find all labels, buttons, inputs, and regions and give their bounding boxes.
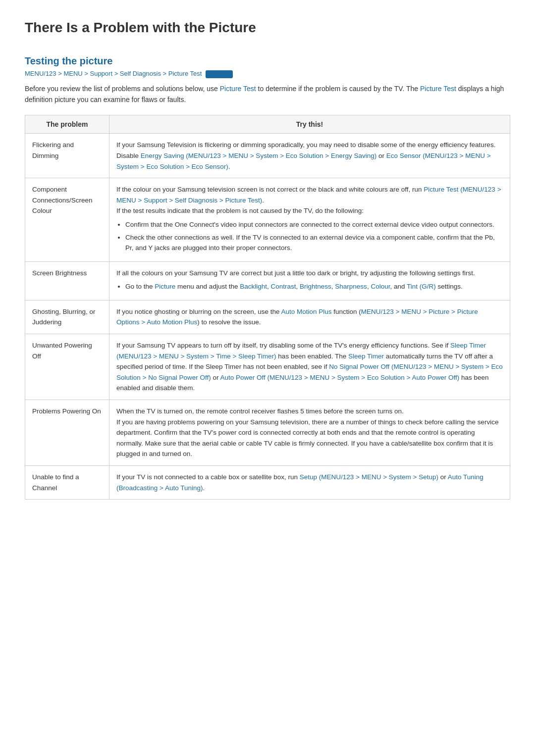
table-row: Ghosting, Blurring, or Juddering If you … [25, 300, 510, 334]
table-row: Unable to find a Channel If your TV is n… [25, 466, 510, 500]
breadcrumb-text: MENU/123 > MENU > Support > Self Diagnos… [25, 70, 202, 77]
picture-menu-link[interactable]: Picture [155, 283, 175, 290]
table-header-solution: Try this! [109, 115, 510, 134]
picture-test-link2[interactable]: Picture Test [420, 85, 456, 93]
picture-test-link1[interactable]: Picture Test [220, 85, 256, 93]
energy-saving-link[interactable]: Energy Saving (MENU/123 > MENU > System … [141, 152, 376, 159]
picture-test-link3[interactable]: Picture Test (MENU/123 > MENU > Support … [116, 186, 501, 204]
solution-text: If you notice ghosting or blurring on th… [109, 300, 510, 334]
list-item: Go to the Picture menu and adjust the Ba… [125, 281, 503, 292]
table-row: Flickering and Dimming If your Samsung T… [25, 134, 510, 178]
sharpness-link[interactable]: Sharpness [335, 283, 367, 290]
table-header-problem: The problem [25, 115, 109, 134]
problem-label: Flickering and Dimming [25, 134, 109, 178]
table-row: Screen Brightness If all the colours on … [25, 261, 510, 300]
try-now-badge[interactable]: Try Now [206, 70, 233, 78]
problem-label: Component Connections/Screen Colour [25, 178, 109, 262]
solution-text: When the TV is turned on, the remote con… [109, 400, 510, 466]
list-item: Confirm that the One Connect's video inp… [125, 219, 503, 230]
auto-power-off-link[interactable]: Auto Power Off (MENU/123 > MENU > System… [220, 374, 460, 381]
sleep-timer-link2[interactable]: Sleep Timer [348, 353, 384, 360]
tint-link[interactable]: Tint (G/R) [407, 283, 436, 290]
problem-label: Screen Brightness [25, 261, 109, 300]
contrast-link[interactable]: Contrast [270, 283, 296, 290]
setup-link[interactable]: Setup (MENU/123 > MENU > System > Setup) [300, 473, 438, 481]
problem-label: Ghosting, Blurring, or Juddering [25, 300, 109, 334]
colour-link[interactable]: Colour [371, 283, 390, 290]
solution-text: If all the colours on your Samsung TV ar… [109, 261, 510, 300]
section-title: Testing the picture [25, 55, 510, 67]
intro-text: Before you review the list of problems a… [25, 83, 510, 105]
page-title: There Is a Problem with the Picture [25, 20, 510, 41]
solution-text: If your TV is not connected to a cable b… [109, 466, 510, 500]
auto-motion-link[interactable]: Auto Motion Plus [281, 308, 331, 315]
problem-label: Problems Powering On [25, 400, 109, 466]
table-row: Unwanted Powering Off If your Samsung TV… [25, 334, 510, 400]
solution-list: Go to the Picture menu and adjust the Ba… [116, 281, 503, 292]
problems-table: The problem Try this! Flickering and Dim… [25, 115, 510, 500]
problem-label: Unable to find a Channel [25, 466, 109, 500]
list-item: Check the other connections as well. If … [125, 232, 503, 253]
table-row: Problems Powering On When the TV is turn… [25, 400, 510, 466]
brightness-link[interactable]: Brightness [300, 283, 331, 290]
solution-text: If your Samsung TV appears to turn off b… [109, 334, 510, 400]
solution-text: If the colour on your Samsung television… [109, 178, 510, 262]
breadcrumb: MENU/123 > MENU > Support > Self Diagnos… [25, 70, 510, 78]
backlight-link[interactable]: Backlight [240, 283, 267, 290]
table-row: Component Connections/Screen Colour If t… [25, 178, 510, 262]
solution-text: If your Samsung Television is flickering… [109, 134, 510, 178]
solution-list: Confirm that the One Connect's video inp… [116, 219, 503, 253]
problem-label: Unwanted Powering Off [25, 334, 109, 400]
sleep-timer-link[interactable]: Sleep Timer (MENU/123 > MENU > System > … [116, 342, 486, 360]
